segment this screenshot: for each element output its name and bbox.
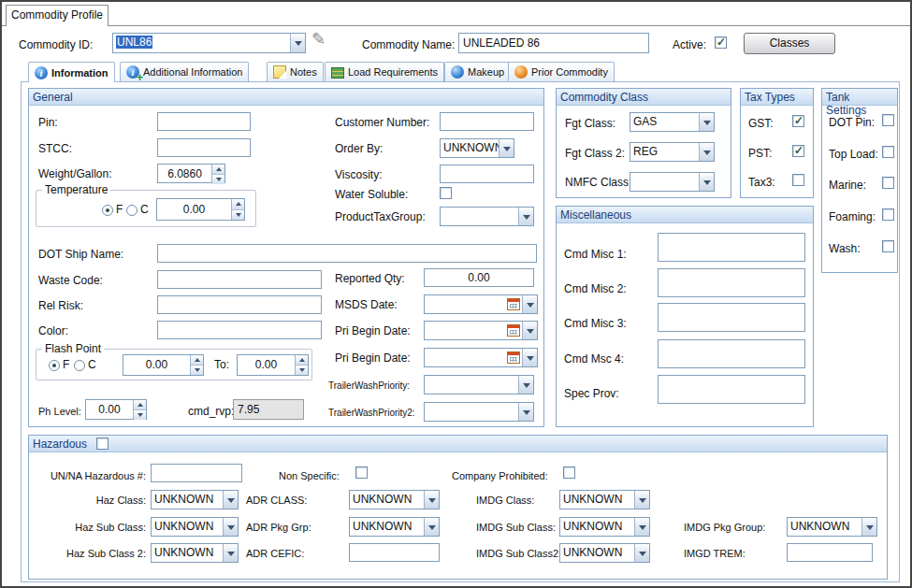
dropdown-arrow-icon[interactable] [634,544,649,562]
tab-notes[interactable]: Notes [267,62,324,81]
viscosity-field[interactable] [440,165,534,183]
temperature-spinner[interactable]: 0.00 [156,198,245,221]
commodity-name-field[interactable]: UNLEADED 86 [458,33,649,53]
window-tab-commodity-profile[interactable]: Commodity Profile [6,5,109,26]
temperature-f-radio[interactable] [102,205,113,216]
fgt-class-select[interactable]: GAS [630,112,715,132]
stcc-field[interactable] [157,138,251,157]
reported-qty-field[interactable]: 0.00 [424,268,534,287]
flash-point-f-radio[interactable] [49,360,60,371]
flash-point-c-radio[interactable] [74,360,85,371]
msds-date-field[interactable] [424,294,538,314]
pri-begin-date-field[interactable] [424,321,538,340]
dropdown-arrow-icon[interactable] [499,139,514,157]
dropdown-arrow-icon[interactable] [699,113,714,131]
haz-sub-class2-select[interactable]: UNKNOWN [151,543,239,563]
product-tax-group-select[interactable] [440,207,534,226]
customer-number-field[interactable] [440,112,534,131]
dropdown-arrow-icon[interactable] [223,518,238,536]
tab-makeup[interactable]: Makeup [444,62,511,81]
spin-up-button[interactable] [134,400,146,410]
foaming-checkbox[interactable] [882,208,894,221]
active-checkbox[interactable] [715,36,727,49]
tab-information[interactable]: Information [28,62,115,82]
dropdown-arrow-icon[interactable] [518,208,533,225]
classes-button[interactable]: Classes [744,33,835,54]
dropdown-arrow-icon[interactable] [522,349,537,366]
dropdown-arrow-icon[interactable] [424,491,439,509]
un-na-hazardous-field[interactable] [151,464,242,482]
dropdown-arrow-icon[interactable] [522,322,537,339]
imdg-class-select[interactable]: UNKNOWN [559,490,650,509]
cmd-misc2-field[interactable] [658,268,805,297]
nmfc-class-select[interactable] [630,172,715,192]
temperature-c-radio[interactable] [126,205,138,216]
company-prohibited-checkbox[interactable] [563,466,575,479]
dropdown-arrow-icon[interactable] [223,491,238,509]
water-soluble-checkbox[interactable] [440,187,452,199]
dropdown-arrow-icon[interactable] [223,544,238,562]
wash-checkbox[interactable] [882,240,894,252]
haz-class-select[interactable]: UNKNOWN [151,490,239,509]
spin-up-button[interactable] [212,165,224,175]
dot-pin-checkbox[interactable] [882,114,894,126]
flash-point-to-spinner[interactable]: 0.00 [237,354,309,376]
calendar-icon[interactable] [507,351,520,364]
dropdown-arrow-icon[interactable] [424,518,439,536]
dot-ship-name-field[interactable] [157,244,537,263]
marine-checkbox[interactable] [882,177,894,189]
flash-point-spinner[interactable]: 0.00 [123,354,204,376]
non-specific-checkbox[interactable] [355,466,368,479]
imdg-pkg-group-select[interactable]: UNKNOWN [787,517,877,537]
spin-down-button[interactable] [232,210,244,221]
dropdown-arrow-icon[interactable] [290,34,305,52]
dropdown-arrow-icon[interactable] [634,518,649,536]
trailer-wash-priority2-select[interactable] [424,402,534,422]
commodity-id-combo[interactable]: UNL86 [112,33,306,53]
dropdown-arrow-icon[interactable] [861,518,876,536]
rel-risk-field[interactable] [157,295,322,314]
imdg-sub-class-select[interactable]: UNKNOWN [559,517,650,537]
cmd-misc1-field[interactable] [658,233,805,262]
pin-field[interactable] [157,112,251,131]
order-by-select[interactable]: UNKNOWN [440,138,514,158]
adr-class-select[interactable]: UNKNOWN [349,490,440,509]
color-field[interactable] [157,321,322,339]
trailer-wash-priority-select[interactable] [424,375,534,394]
imdg-sub-class2-select[interactable]: UNKNOWN [559,543,650,563]
adr-cefic-field[interactable] [349,543,440,562]
cmd-misc3-field[interactable] [658,303,805,332]
pst-checkbox[interactable] [792,145,804,157]
dropdown-arrow-icon[interactable] [634,491,649,509]
calendar-icon[interactable] [507,298,520,310]
tab-load-requirements[interactable]: Load Requirements [325,62,444,81]
spin-up-button[interactable] [232,199,244,210]
spin-down-button[interactable] [296,366,308,375]
tab-additional-information[interactable]: Additional Information [120,62,249,81]
pri-begin-date2-field[interactable] [424,348,538,367]
ph-level-spinner[interactable]: 0.00 [85,399,147,420]
edit-pencil-icon[interactable]: ✎ [311,31,326,48]
spin-up-button[interactable] [191,355,203,366]
dropdown-arrow-icon[interactable] [518,376,533,394]
spin-down-button[interactable] [212,175,224,184]
fgt-class2-select[interactable]: REG [630,142,715,162]
calendar-icon[interactable] [507,324,520,337]
dropdown-arrow-icon[interactable] [699,143,714,161]
spec-prov-field[interactable] [658,375,805,404]
spin-down-button[interactable] [134,410,146,420]
spin-down-button[interactable] [191,366,203,375]
haz-sub-class-select[interactable]: UNKNOWN [151,517,239,537]
adr-pkg-grp-select[interactable]: UNKNOWN [349,517,440,537]
tax3-checkbox[interactable] [792,174,804,186]
gst-checkbox[interactable] [792,115,804,127]
dropdown-arrow-icon[interactable] [518,403,533,421]
hazardous-checkbox[interactable] [96,437,109,450]
waste-code-field[interactable] [157,270,322,289]
cmd-msc4-field[interactable] [658,339,805,368]
weight-gallon-spinner[interactable]: 6.0860 [157,164,225,183]
spin-up-button[interactable] [296,355,308,366]
imgd-trem-field[interactable] [787,543,873,562]
top-load-checkbox[interactable] [882,146,894,158]
dropdown-arrow-icon[interactable] [699,173,714,191]
